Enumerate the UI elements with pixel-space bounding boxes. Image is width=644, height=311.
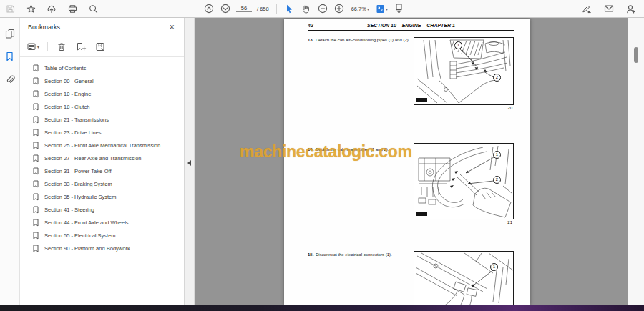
bookmark-item-label: Section 31 - Power Take-Off [44, 168, 112, 174]
step-text: Disconnect the electrical connectors (1)… [316, 252, 392, 257]
search-button[interactable] [87, 2, 99, 15]
step-number: 15. [308, 252, 313, 257]
bookmark-item[interactable]: Table of Contents [20, 61, 184, 74]
bookmark-item[interactable]: Section 10 - Engine [20, 87, 184, 100]
bookmark-icon [5, 51, 14, 61]
upload-cloud-icon [47, 4, 57, 14]
page-thumbnails-tab[interactable] [4, 27, 16, 40]
bookmark-item[interactable]: Section 44 - Front Axle and Wheels [20, 216, 184, 229]
scrollbar-thumb[interactable] [634, 47, 638, 63]
trash-icon [57, 42, 66, 51]
bookmark-item[interactable]: Section 23 - Drive Lines [20, 126, 184, 139]
bookmark-item[interactable]: Section 41 - Steering [20, 203, 184, 216]
new-bookmark-button[interactable] [75, 40, 87, 53]
bookmark-item[interactable]: Section 35 - Hydraulic System [20, 190, 184, 203]
toolbar-left-group [4, 0, 99, 17]
page-total-label: / 658 [257, 6, 269, 12]
zoom-in-icon [334, 4, 344, 14]
bookmark-item[interactable]: Section 27 - Rear Axle and Transmission [20, 152, 184, 164]
page-fit-icon [376, 4, 385, 14]
bookmark-item[interactable]: Section 00 - General [20, 74, 184, 87]
photo-id-label [416, 212, 427, 216]
panel-collapse-strip [185, 18, 195, 305]
bookmark-icon [32, 77, 39, 85]
figure-number: 21 [414, 220, 514, 224]
bookmark-icon [32, 180, 39, 188]
bookmark-item[interactable]: Section 31 - Power Take-Off [20, 164, 184, 177]
previous-page-button[interactable] [203, 2, 215, 15]
bookmark-item-label: Section 27 - Rear Axle and Transmission [44, 155, 141, 162]
attachments-tab[interactable] [4, 73, 16, 86]
figure-frame: 1 2 [414, 143, 514, 219]
step-text: Detach the cab air–conditioning pipes (1… [316, 38, 409, 42]
chevron-down-icon: ▾ [37, 44, 39, 49]
zoom-level-dropdown[interactable]: 66.7%▾ [350, 2, 371, 15]
bookmark-item[interactable]: Section 21 - Transmissions [20, 113, 184, 126]
chevron-down-icon: ▾ [367, 6, 369, 11]
bookmark-icon [32, 90, 39, 98]
expand-current-bookmark-button[interactable] [94, 40, 106, 53]
bookmarks-tab[interactable] [4, 50, 16, 63]
step-number: 13. [308, 37, 313, 43]
share-button[interactable] [46, 2, 57, 15]
select-tool-button[interactable] [284, 2, 296, 15]
bookmark-icon [32, 232, 39, 240]
fill-sign-button[interactable] [581, 2, 592, 15]
delete-bookmark-button[interactable] [56, 40, 67, 53]
account-button[interactable] [625, 2, 637, 15]
chevron-down-icon: ▾ [386, 6, 388, 11]
bookmarks-toolbar: ▾ [20, 36, 184, 57]
bookmark-options-button[interactable]: ▾ [27, 40, 39, 53]
callout-circle: 2 [493, 176, 501, 184]
bookmark-item-label: Section 55 - Electrical System [44, 232, 116, 239]
page-number-input[interactable] [236, 5, 252, 12]
bookmark-item-label: Section 00 - General [44, 78, 94, 84]
vertical-scrollbar[interactable] [628, 18, 644, 305]
favorite-button[interactable] [25, 2, 36, 15]
hand-tool-button[interactable] [301, 2, 312, 15]
print-button[interactable] [67, 2, 78, 15]
star-icon [26, 4, 36, 14]
search-icon [89, 4, 98, 14]
next-page-button[interactable] [220, 2, 231, 15]
bookmark-icon [32, 219, 39, 227]
fit-page-dropdown[interactable]: ▾ [376, 2, 388, 15]
document-canvas[interactable]: 42 SECTION 10 – ENGINE – CHAPTER 1 13. D… [195, 18, 628, 305]
bookmark-icon [32, 129, 39, 137]
zoom-in-button[interactable] [333, 2, 345, 15]
header-rule [308, 30, 514, 31]
bookmark-item[interactable]: Section 18 - Clutch [20, 100, 184, 113]
toolbar-center-group: / 658 66.7%▾ ▾ [203, 0, 404, 17]
save-button[interactable] [4, 2, 16, 15]
bookmark-item-label: Section 44 - Front Axle and Wheels [44, 219, 129, 226]
zoom-out-button[interactable] [317, 2, 328, 15]
page-scrolling-button[interactable] [393, 2, 404, 15]
select-arrow-icon [285, 4, 294, 14]
collapse-panel-arrow-icon[interactable] [187, 160, 191, 166]
email-button[interactable] [603, 2, 615, 15]
bookmark-icon [32, 167, 39, 175]
callout-circle: 1 [493, 151, 501, 159]
bookmark-item-label: Section 33 - Braking System [44, 181, 112, 187]
bottom-edge-bar [0, 305, 644, 311]
figure-frame: 1 [414, 251, 514, 305]
bookmark-icon [32, 206, 39, 214]
callout-circle: 1 [490, 263, 498, 271]
bookmark-item[interactable]: Section 33 - Braking System [20, 177, 184, 190]
bookmark-options-icon [27, 42, 36, 51]
close-panel-button[interactable]: ✕ [169, 24, 175, 31]
pdf-page: 42 SECTION 10 – ENGINE – CHAPTER 1 13. D… [284, 19, 530, 305]
page-scrolling-icon [394, 4, 404, 14]
figure-illustration [414, 252, 513, 305]
bookmark-item[interactable]: Section 55 - Electrical System [20, 229, 184, 242]
bookmark-icon [32, 154, 39, 162]
bookmark-item-label: Section 10 - Engine [44, 91, 91, 97]
page-down-icon [220, 4, 230, 14]
bookmark-item[interactable]: Section 90 - Platform and Bodywork [20, 242, 184, 255]
bookmark-item-label: Section 90 - Platform and Bodywork [44, 245, 130, 252]
callout-circle: 1 [454, 41, 462, 49]
watermark-text: machinecatalogic.com [240, 142, 412, 162]
bookmark-item-label: Section 41 - Steering [44, 207, 94, 213]
bookmark-item[interactable]: Section 25 - Front Axle Mechanical Trans… [20, 139, 184, 152]
bookmark-icon [32, 245, 39, 252]
